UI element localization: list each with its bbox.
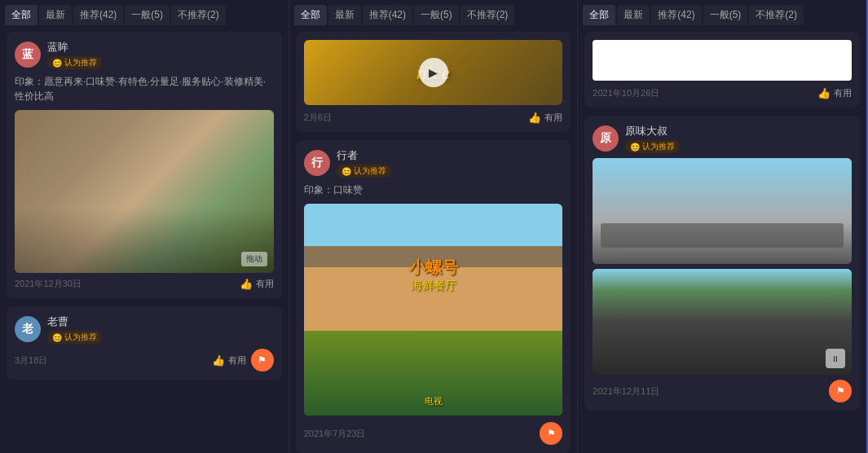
tab-一般(5)[interactable]: 一般(5) (125, 5, 170, 25)
tab-推荐(42)[interactable]: 推荐(42) (651, 5, 701, 25)
bottom-row: 2021年7月23日 ⚑ (304, 422, 563, 445)
username: 原味大叔 (625, 124, 680, 139)
helpful-label: 有用 (834, 87, 852, 99)
tab-推荐(42)[interactable]: 推荐(42) (363, 5, 412, 25)
tab-全部[interactable]: 全部 (5, 5, 37, 25)
badge-icon: 😊 (630, 143, 640, 152)
tab-bar: 全部最新推荐(42)一般(5)不推荐(2) (578, 0, 866, 25)
tab-一般(5)[interactable]: 一般(5) (414, 5, 459, 25)
image-placeholder (593, 40, 852, 81)
tab-最新[interactable]: 最新 (39, 5, 72, 25)
review-card: 蓝 蓝眸 😊 认为推荐 印象：愿意再来·口味赞·有特色·分量足·服务贴心·装修精… (7, 32, 282, 298)
panel-0: 全部最新推荐(42)一般(5)不推荐(2) 蓝 蓝眸 😊 认为推荐 印象：愿意再… (0, 0, 289, 453)
tab-不推荐(2)[interactable]: 不推荐(2) (749, 5, 804, 25)
badge-label: 认为推荐 (642, 141, 675, 152)
badge-icon: 😊 (52, 333, 62, 342)
badge-label: 认为推荐 (64, 57, 97, 68)
user-row: 老 老曹 😊 认为推荐 (15, 314, 274, 344)
tab-最新[interactable]: 最新 (328, 5, 361, 25)
bottom-row: 2021年10月26日 👍 有用 (593, 87, 852, 99)
user-info: 行者 😊 认为推荐 (337, 148, 391, 178)
thumbup-icon: 👍 (240, 278, 253, 290)
tab-全部[interactable]: 全部 (583, 5, 615, 25)
review-date: 2021年12月11日 (593, 385, 659, 398)
helpful-button[interactable]: 👍 有用 (240, 278, 274, 290)
tab-最新[interactable]: 最新 (617, 5, 650, 25)
helpful-label: 有用 (256, 278, 274, 290)
street-image (593, 158, 852, 264)
play-button[interactable]: ▶ (419, 58, 448, 87)
recommendation-badge: 😊 认为推荐 (47, 56, 102, 69)
panel-content[interactable]: 蓝 蓝眸 😊 认为推荐 印象：愿意再来·口味赞·有特色·分量足·服务贴心·装修精… (0, 25, 289, 453)
pause-button[interactable]: ⏸ (826, 349, 845, 368)
user-info: 蓝眸 😊 认为推荐 (47, 40, 102, 69)
review-card: 原 原味大叔 😊 认为推荐 ⏸ (584, 116, 860, 411)
helpful-label: 有用 (228, 354, 246, 367)
review-date: 2021年12月30日 (15, 278, 82, 290)
review-date: 2021年7月23日 (304, 428, 366, 440)
panel-2: 全部最新推荐(42)一般(5)不推荐(2) 2021年10月26日 👍 有用 (578, 0, 868, 453)
user-info: 老曹 😊 认为推荐 (47, 314, 102, 344)
report-button[interactable]: ⚑ (540, 422, 562, 445)
report-icon: ⚑ (547, 428, 556, 439)
recommendation-badge: 😊 认为推荐 (47, 331, 102, 344)
impression-text: 印象：愿意再来·口味赞·有特色·分量足·服务贴心·装修精美·性价比高 (15, 74, 274, 103)
tab-全部[interactable]: 全部 (294, 5, 327, 25)
report-button[interactable]: ⚑ (829, 380, 852, 402)
video-thumbnail[interactable]: nice ▶ (304, 40, 563, 105)
helpful-button[interactable]: 👍 有用 (817, 87, 852, 99)
helpful-label: 有用 (544, 112, 562, 124)
user-row: 原 原味大叔 😊 认为推荐 (593, 124, 852, 153)
review-card: nice ▶ 2月6日 👍 有用 (296, 32, 571, 132)
username: 老曹 (47, 314, 102, 329)
review-card: 老 老曹 😊 认为推荐 3月18日 👍 有用 (7, 306, 282, 380)
avatar: 蓝 (15, 42, 41, 68)
bottom-row: 3月18日 👍 有用 ⚑ (15, 349, 274, 372)
review-card: 2021年10月26日 👍 有用 (584, 32, 860, 108)
thumbup-icon: 👍 (212, 354, 225, 367)
tab-bar: 全部最新推荐(42)一般(5)不推荐(2) (0, 0, 289, 25)
tab-推荐(42)[interactable]: 推荐(42) (73, 5, 123, 25)
thumbup-icon: 👍 (817, 87, 831, 99)
username: 行者 (337, 148, 391, 163)
impression-text: 印象：口味赞 (304, 183, 563, 197)
avatar: 行 (304, 150, 330, 176)
panel-content[interactable]: nice ▶ 2月6日 👍 有用 行 行者 (289, 25, 578, 453)
badge-label: 认为推荐 (354, 165, 386, 177)
bottom-row: 2021年12月11日 ⚑ (593, 380, 852, 402)
helpful-button[interactable]: 👍 有用 (212, 354, 246, 367)
avatar: 老 (15, 316, 41, 342)
thumbup-icon: 👍 (528, 112, 541, 124)
review-card: 行 行者 😊 认为推荐 印象：口味赞 小螺号 海鲜餐厅 电 (296, 140, 571, 453)
username: 蓝眸 (47, 40, 102, 55)
badge-icon: 😊 (52, 59, 62, 68)
badge-icon: 😊 (341, 167, 351, 176)
recommendation-badge: 😊 认为推荐 (337, 165, 391, 178)
review-date: 2021年10月26日 (593, 87, 659, 99)
avatar: 原 (593, 125, 619, 152)
review-date: 3月18日 (15, 354, 47, 367)
tab-不推荐(2)[interactable]: 不推荐(2) (171, 5, 226, 25)
user-row: 行 行者 😊 认为推荐 (304, 148, 563, 178)
tab-一般(5)[interactable]: 一般(5) (703, 5, 748, 25)
review-date: 2月6日 (304, 112, 332, 124)
badge-label: 认为推荐 (64, 332, 97, 343)
panel-1: 全部最新推荐(42)一般(5)不推荐(2) nice ▶ 2月6日 👍 有用 (289, 0, 579, 453)
review-image: 小螺号 海鲜餐厅 电视 (304, 204, 563, 416)
review-image: 拖动 (15, 110, 274, 273)
report-icon: ⚑ (836, 385, 845, 397)
user-info: 原味大叔 😊 认为推荐 (625, 124, 680, 153)
helpful-button[interactable]: 👍 有用 (528, 112, 562, 124)
report-icon: ⚑ (258, 354, 267, 366)
tab-不推荐(2)[interactable]: 不推荐(2) (460, 5, 515, 25)
report-button[interactable]: ⚑ (251, 349, 274, 372)
panel-content[interactable]: 2021年10月26日 👍 有用 原 原味大叔 😊 认 (578, 25, 866, 453)
user-row: 蓝 蓝眸 😊 认为推荐 (15, 40, 274, 69)
bottom-row: 2021年12月30日 👍 有用 (15, 278, 274, 290)
recommendation-badge: 😊 认为推荐 (625, 140, 680, 153)
car-interior-image: ⏸ (593, 269, 852, 375)
tab-bar: 全部最新推荐(42)一般(5)不推荐(2) (289, 0, 578, 25)
bottom-row: 2月6日 👍 有用 (304, 112, 563, 124)
